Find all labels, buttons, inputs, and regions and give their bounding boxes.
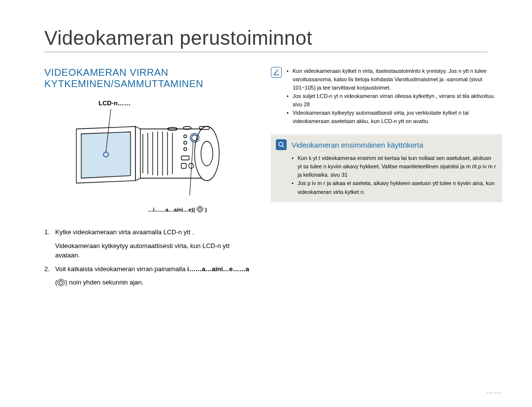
highlight-bullet: •Kun k yt t videokameraa ensimm ist kert… xyxy=(292,154,497,179)
svg-line-22 xyxy=(190,142,193,195)
step-2: 2. Voit katkaista videokameran virran pa… xyxy=(44,264,251,274)
highlight-bullet-text: Kun k yt t videokameraa ensimm ist kerta… xyxy=(298,154,497,179)
title-underline xyxy=(44,52,488,52)
highlight-bullet: •Jos p iv m r ja aikaa ei aseteta, aikav… xyxy=(292,179,497,196)
svg-rect-12 xyxy=(181,156,189,160)
power-button-label: …i……a…aini…e)( ) xyxy=(148,206,207,213)
step-1-sub: Videokameraan kytkeytyy automaattisesti … xyxy=(55,241,251,260)
highlight-bullet-text: Jos p iv m r ja aikaa ei aseteta, aikavy… xyxy=(298,179,497,196)
right-column: •Kun videokameraan kytket n virta, itset… xyxy=(271,62,502,287)
step-2-line2: ( ) noin yhden sekunnin ajan. xyxy=(55,278,251,287)
highlight-title: Videokameran ensimmäinen käyttökerta xyxy=(292,141,423,149)
camcorder-diagram xyxy=(59,99,236,203)
svg-point-10 xyxy=(184,141,187,144)
step-text: Kytke videokameraan virta avaamalla LCD-… xyxy=(55,227,251,237)
info-bullet: •Videokameraan kytkeytyy automaattisesti… xyxy=(287,109,502,125)
step-1: 1. Kytke videokameraan virta avaamalla L… xyxy=(44,227,251,237)
lcd-label: LCD‑n…… xyxy=(99,99,131,107)
section-heading: VIDEOKAMERAN VIRRAN KYTKEMINEN/SAMMUTTAM… xyxy=(44,67,266,90)
content-columns: VIDEOKAMERAN VIRRAN KYTKEMINEN/SAMMUTTAM… xyxy=(0,62,532,287)
info-bullet-text: Kun videokameraan kytket n virta, itsete… xyxy=(293,67,502,92)
step-2-bold: i……a…aini…e……a xyxy=(187,265,249,273)
note-icon xyxy=(271,67,282,78)
info-bullet-text: Videokameraan kytkeytyy automaattisesti … xyxy=(293,109,502,125)
info-bullet: •Kun videokameraan kytket n virta, itset… xyxy=(287,67,502,92)
step-2-before: Voit katkaista videokameran virran paina… xyxy=(55,265,187,273)
magnifier-icon xyxy=(276,139,287,150)
svg-point-9 xyxy=(184,135,187,138)
svg-line-30 xyxy=(282,146,284,147)
power-icon xyxy=(197,206,203,213)
info-bullet-text: Jos suljet LCD-n yt n videokameran virra… xyxy=(293,92,502,109)
power-button-label-text: …i……a…aini…e)( xyxy=(148,207,196,213)
left-column: VIDEOKAMERAN VIRRAN KYTKEMINEN/SAMMUTTAM… xyxy=(30,62,266,287)
step-2-line2-after: ) noin yhden sekunnin ajan. xyxy=(65,279,143,286)
info-bullet: •Jos suljet LCD-n yt n videokameran virr… xyxy=(287,92,502,109)
power-button-label-close: ) xyxy=(205,207,207,213)
page-number: …… xyxy=(487,387,502,395)
svg-rect-13 xyxy=(181,163,186,168)
svg-point-14 xyxy=(189,163,194,168)
page-title: Videokameran perustoiminnot xyxy=(0,0,532,52)
camera-illustration: LCD‑n…… xyxy=(59,99,236,213)
highlight-body: •Kun k yt t videokameraa ensimm ist kert… xyxy=(276,154,497,196)
step-number: 2. xyxy=(44,264,55,274)
svg-point-11 xyxy=(184,148,187,151)
svg-point-0 xyxy=(195,126,219,181)
step-number: 1. xyxy=(44,227,55,237)
power-icon xyxy=(57,279,65,286)
steps-list: 1. Kytke videokameraan virta avaamalla L… xyxy=(44,227,251,287)
highlight-head: Videokameran ensimmäinen käyttökerta xyxy=(276,139,497,150)
info-text: •Kun videokameraan kytket n virta, itset… xyxy=(287,67,502,125)
step-text: Voit katkaista videokameran virran paina… xyxy=(55,264,251,274)
info-block: •Kun videokameraan kytket n virta, itset… xyxy=(271,67,502,125)
highlight-box: Videokameran ensimmäinen käyttökerta •Ku… xyxy=(271,134,502,202)
